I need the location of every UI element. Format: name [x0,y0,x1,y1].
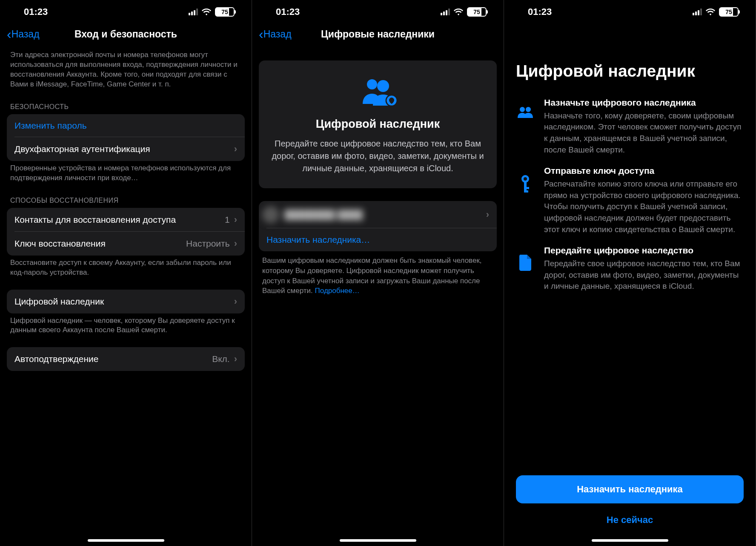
back-button[interactable]: ‹ Назад [7,27,40,41]
legacy-group: Цифровой наследник › [7,290,245,313]
contacts-group: ████████ ████ › Назначить наследника… [259,201,497,251]
feature-description: Передайте свое цифровое наследство тем, … [544,258,744,292]
not-now-button[interactable]: Не сейчас [516,511,744,529]
status-bar: 01:23 75 [252,0,504,24]
status-bar: 01:23 75 [0,0,252,24]
svg-point-6 [524,177,527,181]
home-indicator[interactable] [88,539,164,542]
battery-icon: 75 [215,7,235,17]
chevron-right-icon: › [234,214,237,225]
recovery-contacts-count: 1 [225,215,230,225]
battery-icon: 75 [467,7,487,17]
status-time: 01:23 [24,6,48,17]
chevron-right-icon: › [486,209,489,220]
hero-title: Цифровой наследник [269,118,487,131]
phone-3: 01:23 75 Цифровой наследник Назначьте ци… [504,0,756,546]
content: Цифровой наследник Передайте свое цифров… [252,48,504,546]
avatar-icon [262,206,279,223]
assign-legacy-label: Назначить наследника… [266,235,370,245]
page-title: Цифровой наследник [504,24,756,89]
wifi-icon [201,8,212,16]
assign-button[interactable]: Назначить наследника [516,475,744,503]
contact-blurred-content: ████████ ████ [262,204,363,225]
feature-key: Отправьте ключ доступа Распечатайте копи… [504,157,756,237]
security-footer-text: Проверенные устройства и номера телефоно… [0,161,252,187]
recovery-header: СПОСОБЫ ВОССТАНОВЛЕНИЯ [0,187,252,208]
feature-description: Распечатайте копию этого ключа или отпра… [544,178,744,235]
content: Эти адреса электронной почты и номера те… [0,48,252,546]
wifi-icon [705,8,716,16]
chevron-left-icon: ‹ [259,27,263,41]
svg-point-0 [367,79,377,89]
nav-title: Вход и безопасность [74,29,177,40]
recovery-contacts-cell[interactable]: Контакты для восстановления доступа 1 › [7,208,245,232]
back-label: Назад [263,29,292,40]
feature-title: Передайте цифровое наследство [544,245,744,256]
chevron-right-icon: › [234,353,237,365]
home-indicator[interactable] [340,539,416,542]
svg-point-3 [520,107,525,112]
recovery-key-value: Настроить [186,239,230,249]
chevron-right-icon: › [234,144,237,155]
feature-assign: Назначьте цифрового наследника Назначьте… [504,89,756,157]
people-icon [516,98,535,155]
svg-rect-8 [524,187,529,189]
status-time: 01:23 [276,6,300,17]
wifi-icon [453,8,464,16]
learn-more-link[interactable]: Подробнее… [315,287,360,295]
legacy-cell[interactable]: Цифровой наследник › [7,290,245,313]
key-icon [516,166,535,235]
legacy-footer-text: Цифровой наследник — человек, которому В… [0,313,252,340]
auto-verify-label: Автоподтверждение [14,354,99,364]
chevron-right-icon: › [234,296,237,307]
battery-icon: 75 [719,7,739,17]
auto-verify-cell[interactable]: Автоподтверждение Вкл. › [7,347,245,371]
status-icons: 75 [693,7,739,17]
chevron-left-icon: ‹ [7,27,11,41]
hero-card: Цифровой наследник Передайте свое цифров… [259,60,497,188]
chevron-right-icon: › [234,238,237,249]
two-factor-cell[interactable]: Двухфакторная аутентификация › [7,137,245,161]
legacy-people-icon [269,78,487,107]
bottom-actions: Назначить наследника Не сейчас [504,475,756,529]
recovery-group: Контакты для восстановления доступа 1 › … [7,208,245,256]
nav-bar: ‹ Назад Вход и безопасность [0,24,252,48]
status-icons: 75 [441,7,487,17]
status-bar: 01:23 75 [504,0,756,24]
security-header: БЕЗОПАСНОСТЬ [0,94,252,114]
footer-text: Вашим цифровым наследником должен быть з… [252,251,504,300]
back-button[interactable]: ‹ Назад [259,27,292,41]
feature-description: Назначьте того, кому доверяете, своим ци… [544,110,744,155]
phone-1: 01:23 75 ‹ Назад Вход и безопасность Эти… [0,0,252,546]
status-icons: 75 [189,7,235,17]
assign-legacy-cell[interactable]: Назначить наследника… [259,228,497,251]
nav-title: Цифровые наследники [321,29,435,40]
recovery-key-cell[interactable]: Ключ восстановления Настроить › [7,232,245,256]
home-indicator[interactable] [592,539,668,542]
feature-title: Отправьте ключ доступа [544,166,744,176]
svg-rect-9 [524,190,528,193]
cellular-signal-icon [693,9,702,15]
change-password-label: Изменить пароль [14,121,87,131]
phone-2: 01:23 75 ‹ Назад Цифровые наследники [252,0,504,546]
recovery-footer-text: Восстановите доступ к своему Аккаунту, е… [0,256,252,282]
recovery-key-label: Ключ восстановления [14,239,106,249]
change-password-cell[interactable]: Изменить пароль [7,114,245,137]
status-time: 01:23 [528,6,552,17]
auto-verify-value: Вкл. [212,354,230,364]
svg-point-1 [377,80,389,92]
legacy-label: Цифровой наследник [14,296,104,307]
feature-document: Передайте цифровое наследство Передайте … [504,237,756,294]
nav-bar: ‹ Назад Цифровые наследники [252,24,504,48]
intro-footer-text: Эти адреса электронной почты и номера те… [0,48,252,94]
back-label: Назад [11,29,40,40]
svg-point-4 [526,107,531,112]
feature-title: Назначьте цифрового наследника [544,98,744,108]
contact-row[interactable]: ████████ ████ › [259,201,497,228]
two-factor-label: Двухфакторная аутентификация [14,144,150,154]
cellular-signal-icon [189,9,198,15]
document-icon [516,245,535,292]
cellular-signal-icon [441,9,450,15]
recovery-contacts-label: Контакты для восстановления доступа [14,215,176,225]
hero-description: Передайте свое цифровое наследство тем, … [269,138,487,175]
